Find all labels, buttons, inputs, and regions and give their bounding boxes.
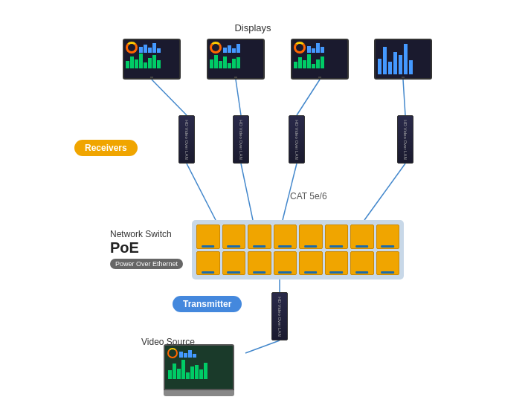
receiver-1: HD Video Over LAN bbox=[178, 115, 195, 164]
svg-line-2 bbox=[297, 80, 320, 115]
monitor-1 bbox=[123, 39, 181, 80]
switch-port-7 bbox=[350, 224, 374, 249]
receiver-4: HD Video Over LAN bbox=[397, 115, 413, 164]
svg-line-1 bbox=[236, 80, 241, 115]
switch-port-3 bbox=[248, 224, 271, 249]
receiver-2: HD Video Over LAN bbox=[233, 115, 249, 164]
switch-port-12 bbox=[274, 251, 297, 276]
diagram-container: Displays bbox=[0, 0, 528, 420]
svg-line-9 bbox=[245, 340, 280, 353]
laptop bbox=[164, 344, 234, 396]
switch-port-5 bbox=[299, 224, 323, 249]
switch-port-6 bbox=[325, 224, 349, 249]
transmitter-device: HD Video Over LAN bbox=[271, 292, 288, 340]
transmitter-badge: Transmitter bbox=[173, 296, 242, 312]
switch-port-11 bbox=[248, 251, 271, 276]
svg-line-7 bbox=[364, 164, 405, 220]
poe-label: PoE bbox=[110, 239, 183, 256]
svg-line-3 bbox=[403, 80, 405, 115]
switch-port-8 bbox=[376, 224, 400, 249]
monitor-2 bbox=[207, 39, 265, 80]
svg-line-0 bbox=[152, 80, 187, 115]
receivers-badge: Receivers bbox=[74, 140, 138, 156]
switch-port-4 bbox=[274, 224, 297, 249]
receiver-3: HD Video Over LAN bbox=[289, 115, 305, 164]
switch-port-16 bbox=[376, 251, 400, 276]
poe-sub-label: Power Over Ethernet bbox=[110, 259, 183, 269]
monitor-4 bbox=[374, 39, 432, 80]
svg-line-5 bbox=[241, 164, 253, 220]
network-switch-label: Network Switch PoE Power Over Ethernet bbox=[110, 229, 183, 269]
monitor-3 bbox=[291, 39, 349, 80]
switch-port-15 bbox=[350, 251, 374, 276]
switch-port-10 bbox=[222, 251, 246, 276]
cat-label: CAT 5e/6 bbox=[290, 191, 327, 201]
switch-port-13 bbox=[299, 251, 323, 276]
displays-label: Displays bbox=[234, 22, 271, 33]
switch-port-14 bbox=[325, 251, 349, 276]
switch-port-1 bbox=[196, 224, 220, 249]
switch-port-9 bbox=[196, 251, 220, 276]
switch-port-2 bbox=[222, 224, 246, 249]
video-source-label: Video Source bbox=[141, 337, 195, 347]
network-switch bbox=[192, 220, 404, 280]
svg-line-4 bbox=[187, 164, 216, 220]
